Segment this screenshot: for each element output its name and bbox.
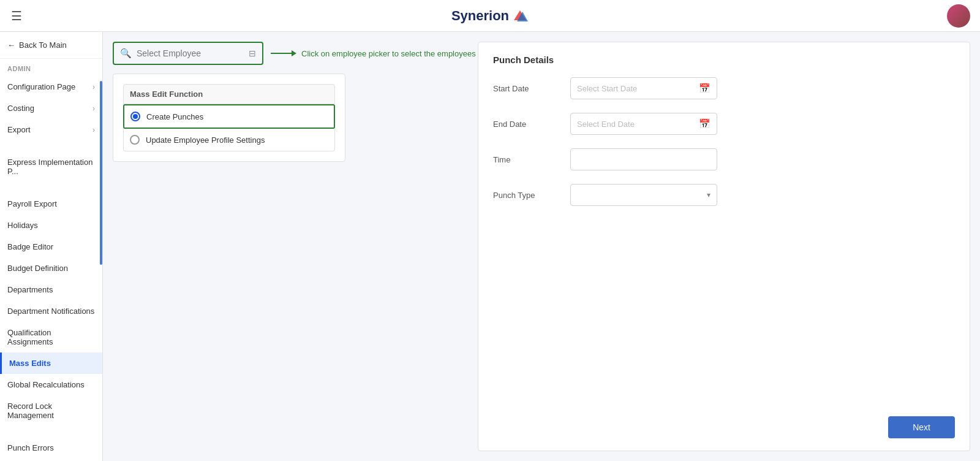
radio-button-create-punches	[130, 112, 140, 121]
form-row-punch-type: Punch Type ▾	[493, 184, 955, 206]
sidebar-item-label: Payroll Export	[7, 199, 57, 208]
sidebar-divider2	[0, 182, 102, 193]
logo-icon	[511, 9, 529, 23]
sidebar-divider	[0, 140, 102, 151]
annotation-text: Click on employee picker to select the e…	[301, 49, 476, 58]
calendar-icon-start: 📅	[699, 83, 710, 94]
logo: Synerion	[451, 8, 529, 24]
arrow-annotation: Click on employee picker to select the e…	[271, 49, 476, 58]
sidebar-item-payroll-export[interactable]: Payroll Export	[0, 193, 102, 215]
sidebar-item-department-notifications[interactable]: Department Notifications	[0, 300, 102, 322]
sidebar-item-label: Holidays	[7, 221, 38, 230]
time-input[interactable]	[570, 148, 717, 170]
end-date-input[interactable]: Select End Date 📅	[570, 113, 717, 135]
left-panel: Mass Edit Function Create Punches Update…	[113, 74, 345, 162]
start-date-label: Start Date	[493, 84, 560, 93]
sidebar-item-holidays[interactable]: Holidays	[0, 215, 102, 236]
right-panel: Punch Details Start Date Select Start Da…	[478, 42, 970, 451]
start-date-placeholder: Select Start Date	[577, 84, 637, 93]
sidebar-item-label: Configuration Page	[7, 82, 75, 91]
sidebar-item-badge-editor[interactable]: Badge Editor	[0, 236, 102, 257]
radio-option-update-employee-profile[interactable]: Update Employee Profile Settings	[123, 129, 335, 151]
chevron-right-icon: ›	[92, 104, 95, 113]
end-date-label: End Date	[493, 120, 560, 129]
sidebar-item-mass-edits[interactable]: Mass Edits	[0, 352, 102, 374]
main-content: 🔍 ⊟ Click on employee picker to select t…	[103, 32, 980, 461]
back-to-main-label: Back To Main	[19, 40, 67, 50]
sidebar-item-label: Record Lock Management	[7, 402, 95, 420]
hamburger-icon[interactable]: ☰	[11, 9, 22, 23]
next-button[interactable]: Next	[888, 416, 955, 438]
sidebar-item-configuration-page[interactable]: Configuration Page ›	[0, 76, 102, 97]
sidebar-item-qualification-assignments[interactable]: Qualification Assignments	[0, 322, 102, 352]
form-row-end-date: End Date Select End Date 📅	[493, 113, 955, 135]
employee-search-inner: 🔍 ⊟	[115, 44, 261, 63]
content-area: 🔍 ⊟ Click on employee picker to select t…	[103, 32, 980, 461]
calendar-icon-end: 📅	[699, 118, 710, 129]
sidebar-item-label: Budget Definition	[7, 264, 68, 273]
logo-text: Synerion	[451, 8, 509, 24]
sidebar-item-punch-errors[interactable]: Punch Errors	[0, 437, 102, 459]
sidebar-item-label: Express Implementation P...	[7, 158, 95, 176]
sidebar-item-label: Badge Editor	[7, 242, 53, 251]
sidebar-item-record-lock-management[interactable]: Record Lock Management	[0, 395, 102, 426]
sidebar-item-budget-definition[interactable]: Budget Definition	[0, 257, 102, 279]
sidebar-item-costing[interactable]: Costing ›	[0, 97, 102, 119]
back-arrow-icon: ←	[7, 40, 15, 50]
chevron-right-icon: ›	[92, 126, 95, 134]
radio-label-update-employee-profile: Update Employee Profile Settings	[146, 135, 265, 145]
sidebar-item-export[interactable]: Export ›	[0, 119, 102, 140]
radio-label-create-punches: Create Punches	[146, 112, 203, 121]
sidebar: ← Back To Main ADMIN Configuration Page …	[0, 32, 103, 461]
sidebar-item-label: Mass Edits	[9, 359, 51, 368]
mass-edit-section-label: Mass Edit Function	[123, 84, 335, 104]
sidebar-item-label: Costing	[7, 104, 34, 113]
chevron-right-icon: ›	[92, 83, 95, 91]
sidebar-item-label: Punch Errors	[7, 443, 54, 452]
end-date-placeholder: Select End Date	[577, 120, 635, 129]
sidebar-item-departments[interactable]: Departments	[0, 279, 102, 300]
filter-icon[interactable]: ⊟	[249, 48, 256, 58]
sidebar-item-label: Export	[7, 125, 31, 134]
punch-type-select[interactable]: ▾	[570, 184, 717, 206]
chevron-down-icon: ▾	[707, 191, 710, 199]
time-label: Time	[493, 155, 560, 164]
app-layout: ← Back To Main ADMIN Configuration Page …	[0, 32, 980, 461]
sidebar-item-global-recalculations[interactable]: Global Recalculations	[0, 374, 102, 395]
sidebar-item-label: Global Recalculations	[7, 380, 85, 389]
back-to-main-link[interactable]: ← Back To Main	[0, 32, 102, 59]
sidebar-scrollbar	[100, 81, 102, 265]
admin-section-label: ADMIN	[0, 59, 102, 76]
mass-edit-section: Mass Edit Function Create Punches Update…	[123, 84, 335, 151]
sidebar-item-label: Department Notifications	[7, 307, 94, 316]
bottom-bar: Next	[493, 406, 955, 438]
employee-search-wrapper[interactable]: 🔍 ⊟	[113, 42, 263, 65]
top-header: ☰ Synerion	[0, 0, 980, 32]
employee-picker-input[interactable]	[137, 48, 244, 58]
sidebar-divider3	[0, 426, 102, 437]
form-row-time: Time	[493, 148, 955, 170]
radio-button-update-employee-profile	[130, 135, 140, 145]
radio-option-create-punches[interactable]: Create Punches	[123, 104, 335, 129]
search-icon: 🔍	[120, 48, 132, 59]
sidebar-item-label: Departments	[7, 285, 53, 294]
sidebar-item-label: Qualification Assignments	[7, 328, 95, 346]
arrow-shaft	[271, 53, 293, 54]
start-date-input[interactable]: Select Start Date 📅	[570, 77, 717, 99]
employee-picker-row: 🔍 ⊟ Click on employee picker to select t…	[113, 42, 468, 65]
punch-type-label: Punch Type	[493, 191, 560, 200]
sidebar-item-express-impl[interactable]: Express Implementation P...	[0, 151, 102, 182]
punch-details-title: Punch Details	[493, 55, 955, 65]
form-row-start-date: Start Date Select Start Date 📅	[493, 77, 955, 99]
avatar[interactable]	[947, 4, 970, 28]
